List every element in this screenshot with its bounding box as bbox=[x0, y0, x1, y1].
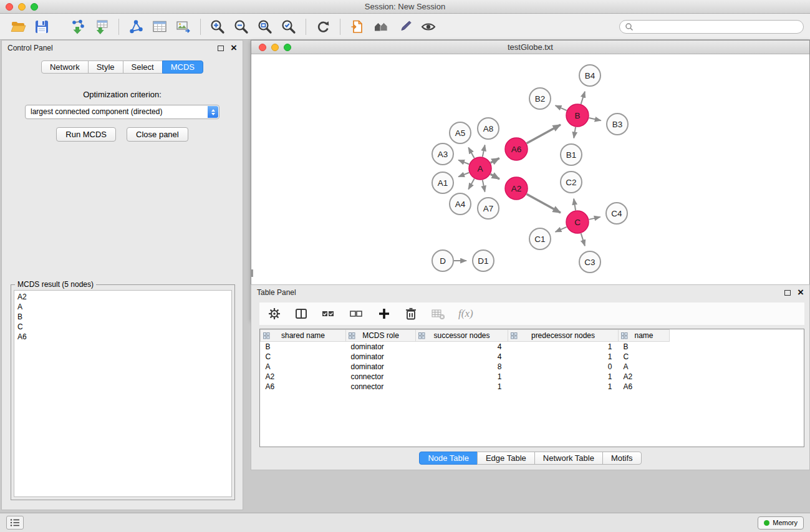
graph-node-D1[interactable]: D1 bbox=[473, 250, 494, 271]
cell-predecessor-nodes[interactable]: 1 bbox=[508, 372, 619, 382]
column-header-name[interactable]: name bbox=[619, 330, 670, 342]
mcds-result-item[interactable]: A2 bbox=[14, 292, 231, 302]
graph-edge-A-A7[interactable] bbox=[483, 180, 485, 192]
graph-node-A8[interactable]: A8 bbox=[478, 118, 499, 139]
graph-node-A[interactable]: A bbox=[469, 157, 491, 180]
cell-MCDS-role[interactable]: dominator bbox=[346, 352, 416, 362]
close-window-icon[interactable] bbox=[6, 3, 13, 11]
graph-edge-C-C4[interactable] bbox=[589, 217, 600, 220]
graph-node-A5[interactable]: A5 bbox=[450, 122, 471, 143]
graph-edge-B-B3[interactable] bbox=[589, 118, 601, 120]
graph-node-A6[interactable]: A6 bbox=[505, 138, 528, 160]
column-header-shared-name[interactable]: shared name bbox=[261, 330, 346, 342]
cell-shared-name[interactable]: A6 bbox=[261, 382, 346, 392]
column-header-predecessor-nodes[interactable]: predecessor nodes bbox=[508, 330, 619, 342]
close-panel-icon[interactable]: × bbox=[231, 44, 237, 52]
graph-edge-A-A1[interactable] bbox=[458, 173, 469, 177]
graph-node-B2[interactable]: B2 bbox=[529, 88, 551, 109]
cell-successor-nodes[interactable]: 4 bbox=[416, 352, 508, 362]
minimize-window-icon[interactable] bbox=[18, 3, 26, 11]
function-builder-icon[interactable]: f(x) bbox=[458, 307, 473, 320]
refresh-button[interactable] bbox=[311, 16, 335, 37]
save-session-button[interactable] bbox=[30, 16, 54, 37]
tab-network[interactable]: Network bbox=[41, 60, 89, 74]
zoom-out-button[interactable] bbox=[229, 16, 253, 37]
tab-select[interactable]: Select bbox=[123, 60, 163, 74]
criterion-dropdown[interactable]: largest connected component (directed) bbox=[25, 105, 219, 119]
graph-edge-A-A6[interactable] bbox=[491, 158, 499, 163]
graph-node-D[interactable]: D bbox=[432, 250, 453, 271]
cell-successor-nodes[interactable]: 4 bbox=[416, 342, 508, 352]
mcds-result-item[interactable]: A6 bbox=[14, 332, 231, 342]
memory-button[interactable]: Memory bbox=[758, 516, 804, 530]
cell-shared-name[interactable]: A bbox=[261, 362, 346, 372]
cell-name[interactable]: B bbox=[619, 342, 670, 352]
table-row[interactable]: A2connector11A2 bbox=[261, 372, 804, 382]
graph-node-A3[interactable]: A3 bbox=[432, 143, 453, 165]
cell-MCDS-role[interactable]: dominator bbox=[346, 342, 416, 352]
show-columns-button[interactable] bbox=[294, 303, 309, 324]
graph-edge-C-C3[interactable] bbox=[581, 233, 585, 246]
cell-MCDS-role[interactable]: connector bbox=[346, 382, 416, 392]
close-window-icon[interactable] bbox=[259, 44, 266, 51]
delete-column-button[interactable] bbox=[430, 303, 446, 324]
graph-edge-B-B1[interactable] bbox=[574, 127, 576, 138]
tab-network-table[interactable]: Network Table bbox=[534, 452, 603, 465]
search-input[interactable] bbox=[636, 22, 798, 31]
mcds-result-list[interactable]: A2ABCA6 bbox=[14, 290, 232, 497]
tab-node-table[interactable]: Node Table bbox=[419, 452, 478, 465]
close-panel-icon[interactable]: × bbox=[798, 288, 804, 297]
table-row[interactable]: Cdominator41C bbox=[261, 352, 804, 362]
maximize-window-icon[interactable] bbox=[284, 44, 291, 51]
cell-shared-name[interactable]: C bbox=[261, 352, 346, 362]
cell-successor-nodes[interactable]: 8 bbox=[416, 362, 508, 372]
graph-edge-A-A4[interactable] bbox=[468, 179, 474, 190]
graph-edge-A-A2[interactable] bbox=[491, 174, 499, 179]
cell-predecessor-nodes[interactable]: 1 bbox=[508, 352, 619, 362]
cell-successor-nodes[interactable]: 1 bbox=[416, 382, 508, 392]
table-settings-button[interactable] bbox=[267, 303, 282, 324]
graph-node-B4[interactable]: B4 bbox=[579, 65, 600, 86]
table-row[interactable]: Adominator80A bbox=[261, 362, 804, 372]
graph-node-A1[interactable]: A1 bbox=[432, 172, 453, 193]
network-graph[interactable]: B4B2BB3B1A5A8A6A3AA1A2C2A4A7C4CC1C3DD1 bbox=[251, 54, 809, 320]
export-document-button[interactable] bbox=[345, 16, 369, 37]
graph-node-A7[interactable]: A7 bbox=[478, 198, 499, 219]
show-table-button[interactable] bbox=[148, 16, 171, 37]
tab-motifs[interactable]: Motifs bbox=[602, 452, 642, 465]
graph-node-C2[interactable]: C2 bbox=[561, 172, 582, 193]
tab-style[interactable]: Style bbox=[88, 60, 123, 74]
graph-node-A4[interactable]: A4 bbox=[450, 193, 471, 215]
import-table-button[interactable] bbox=[90, 16, 113, 37]
cell-predecessor-nodes[interactable]: 1 bbox=[508, 342, 619, 352]
run-mcds-button[interactable]: Run MCDS bbox=[56, 127, 116, 142]
tab-mcds[interactable]: MCDS bbox=[162, 60, 203, 74]
graph-node-A2[interactable]: A2 bbox=[505, 177, 528, 200]
cell-shared-name[interactable]: A2 bbox=[261, 372, 346, 382]
delete-button[interactable] bbox=[403, 303, 418, 324]
graph-edge-A-A3[interactable] bbox=[458, 160, 469, 165]
cell-successor-nodes[interactable]: 1 bbox=[416, 372, 508, 382]
add-button[interactable] bbox=[377, 303, 392, 324]
cell-predecessor-nodes[interactable]: 0 bbox=[508, 362, 619, 372]
float-panel-icon[interactable] bbox=[218, 46, 224, 51]
open-session-button[interactable] bbox=[6, 16, 30, 37]
show-hide-button[interactable] bbox=[417, 16, 440, 37]
graph-node-C4[interactable]: C4 bbox=[606, 203, 627, 224]
cell-name[interactable]: A bbox=[619, 362, 670, 372]
zoom-selected-button[interactable] bbox=[277, 16, 301, 37]
search-box[interactable] bbox=[619, 20, 804, 34]
export-image-button[interactable] bbox=[171, 16, 195, 37]
select-all-button[interactable] bbox=[321, 303, 337, 324]
cell-predecessor-nodes[interactable]: 1 bbox=[508, 382, 619, 392]
graph-edge-B-B4[interactable] bbox=[581, 92, 585, 104]
import-network-button[interactable] bbox=[66, 16, 90, 37]
mcds-result-item[interactable]: B bbox=[14, 312, 231, 322]
cell-MCDS-role[interactable]: dominator bbox=[346, 362, 416, 372]
cell-name[interactable]: A6 bbox=[619, 382, 670, 392]
mcds-result-item[interactable]: C bbox=[14, 322, 231, 332]
float-panel-icon[interactable] bbox=[784, 290, 791, 296]
graph-node-B[interactable]: B bbox=[566, 104, 589, 127]
graph-node-B3[interactable]: B3 bbox=[607, 114, 628, 135]
dropdown-stepper-icon[interactable] bbox=[208, 106, 218, 118]
